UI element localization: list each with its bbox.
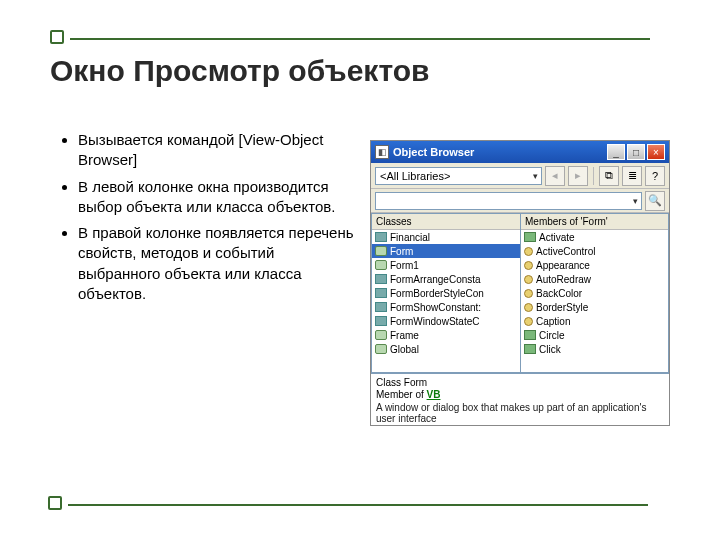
copy-button[interactable]: ⧉ bbox=[599, 166, 619, 186]
property-icon bbox=[524, 289, 533, 298]
member-row[interactable]: Activate bbox=[521, 230, 668, 244]
classes-list[interactable]: Financial Form Form1 FormArrangeConsta F… bbox=[372, 230, 520, 372]
member-row[interactable]: Click bbox=[521, 342, 668, 356]
close-button[interactable]: × bbox=[647, 144, 665, 160]
member-row[interactable]: ActiveControl bbox=[521, 244, 668, 258]
bullet-list: Вызывается командой [View-Object Browser… bbox=[60, 130, 360, 310]
list-item: В правой колонке появляется перечень сво… bbox=[78, 223, 360, 304]
toolbar-top: <All Libraries> ◂ ▸ ⧉ ≣ ? bbox=[371, 163, 669, 189]
enum-icon bbox=[375, 302, 387, 312]
members-header: Members of 'Form' bbox=[521, 214, 668, 230]
method-icon bbox=[524, 330, 536, 340]
property-icon bbox=[524, 247, 533, 256]
dropdown-value: <All Libraries> bbox=[380, 170, 450, 182]
object-browser-window: ◧ Object Browser _ □ × <All Libraries> ◂… bbox=[370, 140, 670, 426]
property-icon bbox=[524, 317, 533, 326]
list-item: Вызывается командой [View-Object Browser… bbox=[78, 130, 360, 171]
minimize-button[interactable]: _ bbox=[607, 144, 625, 160]
members-list[interactable]: Activate ActiveControl Appearance AutoRe… bbox=[521, 230, 668, 372]
member-row[interactable]: BorderStyle bbox=[521, 300, 668, 314]
class-row[interactable]: Financial bbox=[372, 230, 520, 244]
class-icon bbox=[375, 260, 387, 270]
titlebar: ◧ Object Browser _ □ × bbox=[371, 141, 669, 163]
module-icon bbox=[375, 232, 387, 242]
enum-icon bbox=[375, 316, 387, 326]
class-icon bbox=[375, 344, 387, 354]
slide-title: Окно Просмотр объектов bbox=[50, 54, 429, 88]
event-icon bbox=[524, 344, 536, 354]
slide-accent-bottom bbox=[48, 496, 62, 510]
class-row[interactable]: Global bbox=[372, 342, 520, 356]
toolbar-search: 🔍 bbox=[371, 189, 669, 213]
member-row[interactable]: BackColor bbox=[521, 286, 668, 300]
class-row[interactable]: Frame bbox=[372, 328, 520, 342]
view-definition-button[interactable]: ≣ bbox=[622, 166, 642, 186]
property-icon bbox=[524, 303, 533, 312]
list-item: В левой колонке окна производится выбор … bbox=[78, 177, 360, 218]
details-pane: Class Form Member of VB A window or dial… bbox=[371, 373, 669, 425]
details-description: A window or dialog box that makes up par… bbox=[376, 402, 664, 424]
class-row[interactable]: Form1 bbox=[372, 258, 520, 272]
member-row[interactable]: Caption bbox=[521, 314, 668, 328]
help-button[interactable]: ? bbox=[645, 166, 665, 186]
event-icon bbox=[524, 232, 536, 242]
search-dropdown[interactable] bbox=[375, 192, 642, 210]
nav-forward-button[interactable]: ▸ bbox=[568, 166, 588, 186]
class-row[interactable]: FormBorderStyleCon bbox=[372, 286, 520, 300]
classes-header: Classes bbox=[372, 214, 520, 230]
details-member: Member of VB bbox=[376, 389, 664, 400]
enum-icon bbox=[375, 274, 387, 284]
slide-accent-top bbox=[50, 30, 64, 44]
panes: Classes Financial Form Form1 FormArrange… bbox=[371, 213, 669, 373]
window-title: Object Browser bbox=[393, 146, 605, 158]
property-icon bbox=[524, 275, 533, 284]
members-column: Members of 'Form' Activate ActiveControl… bbox=[520, 213, 669, 373]
enum-icon bbox=[375, 288, 387, 298]
library-link[interactable]: VB bbox=[427, 389, 441, 400]
class-row-selected[interactable]: Form bbox=[372, 244, 520, 258]
class-row[interactable]: FormShowConstant: bbox=[372, 300, 520, 314]
library-dropdown[interactable]: <All Libraries> bbox=[375, 167, 542, 185]
nav-back-button[interactable]: ◂ bbox=[545, 166, 565, 186]
class-row[interactable]: FormArrangeConsta bbox=[372, 272, 520, 286]
member-row[interactable]: Circle bbox=[521, 328, 668, 342]
member-row[interactable]: Appearance bbox=[521, 258, 668, 272]
separator bbox=[593, 167, 594, 185]
member-row[interactable]: AutoRedraw bbox=[521, 272, 668, 286]
property-icon bbox=[524, 261, 533, 270]
class-row[interactable]: FormWindowStateC bbox=[372, 314, 520, 328]
classes-column: Classes Financial Form Form1 FormArrange… bbox=[371, 213, 520, 373]
app-icon: ◧ bbox=[375, 145, 389, 159]
details-class: Class Form bbox=[376, 377, 664, 388]
maximize-button[interactable]: □ bbox=[627, 144, 645, 160]
search-button[interactable]: 🔍 bbox=[645, 191, 665, 211]
class-icon bbox=[375, 330, 387, 340]
class-icon bbox=[375, 246, 387, 256]
